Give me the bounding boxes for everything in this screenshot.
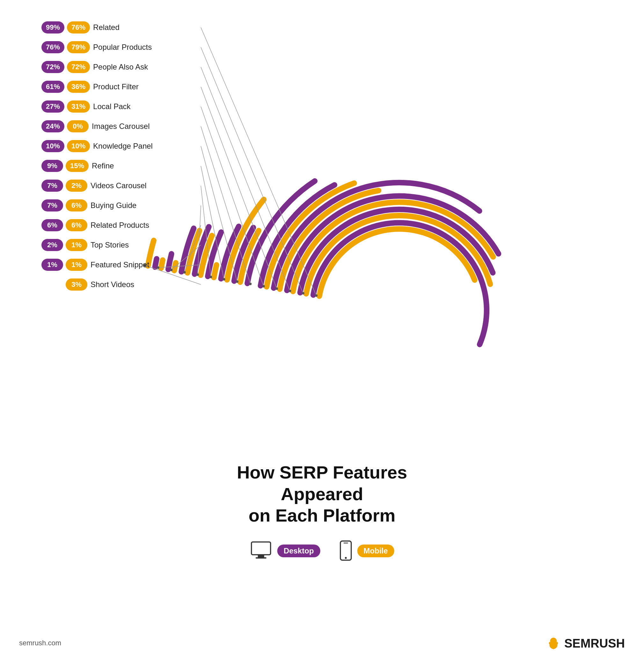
badge-mobile: 6% <box>66 199 87 212</box>
feature-label: Local Pack <box>93 102 131 111</box>
badge-mobile: 3% <box>66 279 87 291</box>
badge-mobile: 72% <box>67 61 90 73</box>
feature-label: Product Filter <box>93 82 139 91</box>
label-row: 27%31%Local Pack <box>42 98 201 115</box>
label-row: 1%1%Featured Snippet <box>42 257 201 273</box>
label-row: 2%1%Top Stories <box>42 237 201 253</box>
badge-mobile: 36% <box>67 81 90 93</box>
label-row: 99%76%Related <box>42 19 201 36</box>
legend-desktop: Desktop <box>250 541 320 560</box>
svg-rect-1 <box>258 555 264 557</box>
footer-website: semrush.com <box>19 639 61 647</box>
label-row: 61%36%Product Filter <box>42 79 201 95</box>
badge-desktop: 7% <box>42 180 63 192</box>
badge-mobile: 79% <box>67 41 90 53</box>
feature-label: Images Carousel <box>92 122 150 131</box>
label-row: 76%79%Popular Products <box>42 39 201 56</box>
badge-mobile: 15% <box>66 160 89 172</box>
badge-desktop: 7% <box>42 199 63 212</box>
badge-desktop: 9% <box>42 160 63 172</box>
title-area: How SERP Features Appeared on Each Platf… <box>210 462 434 526</box>
feature-label: Knowledge Panel <box>93 141 153 151</box>
feature-label: Featured Snippet <box>91 260 149 269</box>
label-row: 7%2%Videos Carousel <box>42 177 201 194</box>
svg-rect-2 <box>256 557 267 558</box>
main-container: 99%76%Related76%79%Popular Products72%72… <box>0 0 644 660</box>
mobile-icon <box>339 541 352 561</box>
feature-label: Popular Products <box>93 43 152 52</box>
badge-desktop: 2% <box>42 239 63 251</box>
svg-point-4 <box>345 557 347 559</box>
legend-mobile: Mobile <box>339 541 394 561</box>
badge-desktop: 27% <box>42 101 64 113</box>
badge-desktop: 24% <box>42 120 64 132</box>
badge-mobile: 0% <box>67 120 89 132</box>
badge-desktop: 76% <box>42 41 64 53</box>
badge-mobile: 2% <box>66 180 87 192</box>
feature-label: Related Products <box>91 221 149 230</box>
feature-label: Top Stories <box>91 241 129 249</box>
label-row: 3%Short Videos <box>42 276 201 293</box>
chart-title: How SERP Features Appeared on Each Platf… <box>210 462 434 526</box>
feature-label: Refine <box>92 161 114 170</box>
badge-desktop: 99% <box>42 21 64 34</box>
badge-mobile: 10% <box>67 140 90 152</box>
badge-mobile: 31% <box>67 101 90 113</box>
legend-mobile-badge: Mobile <box>357 545 394 557</box>
label-row: 24%0%Images Carousel <box>42 118 201 135</box>
labels-area: 99%76%Related76%79%Popular Products72%72… <box>42 19 201 296</box>
svg-rect-5 <box>343 543 348 544</box>
badge-mobile: 1% <box>66 259 87 271</box>
feature-label: Videos Carousel <box>91 181 147 190</box>
label-row: 72%72%People Also Ask <box>42 59 201 75</box>
badge-mobile: 6% <box>66 219 87 231</box>
semrush-logo-icon <box>547 636 560 651</box>
footer-brand: SEMRUSH <box>547 636 625 651</box>
label-row: 9%15%Refine <box>42 158 201 174</box>
badge-desktop: 72% <box>42 61 64 73</box>
label-row: 7%6%Buying Guide <box>42 197 201 214</box>
feature-label: Short Videos <box>91 280 134 289</box>
badge-desktop: 1% <box>42 259 63 271</box>
legend-area: Desktop Mobile <box>250 541 394 561</box>
desktop-icon <box>250 541 272 560</box>
legend-desktop-badge: Desktop <box>277 545 320 557</box>
label-row: 10%10%Knowledge Panel <box>42 138 201 154</box>
label-row: 6%6%Related Products <box>42 217 201 234</box>
badge-mobile: 1% <box>66 239 87 251</box>
badge-desktop: 10% <box>42 140 64 152</box>
feature-label: Buying Guide <box>91 201 136 210</box>
badge-mobile: 76% <box>67 21 90 34</box>
feature-label: People Also Ask <box>93 63 148 71</box>
badge-desktop: 61% <box>42 81 64 93</box>
feature-label: Related <box>93 23 119 32</box>
svg-rect-0 <box>252 542 271 555</box>
semrush-brand-text: SEMRUSH <box>564 637 625 651</box>
badge-desktop: 6% <box>42 219 63 231</box>
